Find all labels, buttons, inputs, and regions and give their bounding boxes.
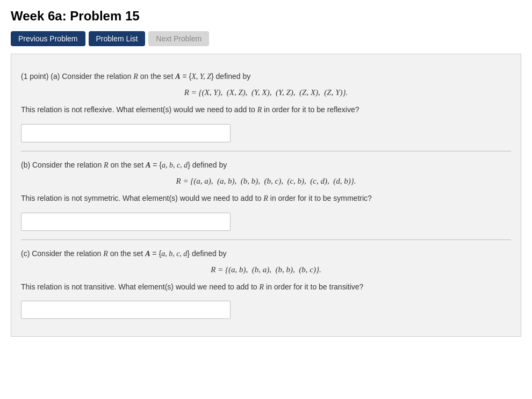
part-c-question: This relation is not transitive. What el… (21, 281, 511, 293)
problem-part-c: (c) Consider the relation R on the set A… (21, 240, 511, 328)
prev-problem-button[interactable]: Previous Problem (11, 31, 85, 46)
navigation-bar: Previous Problem Problem List Next Probl… (11, 31, 521, 46)
part-c-intro: (c) Consider the relation R on the set A… (21, 248, 511, 260)
problem-part-b: (b) Consider the relation R on the set A… (21, 151, 511, 240)
problem-container: (1 point) (a) Consider the relation R on… (11, 54, 521, 337)
part-b-answer-input[interactable] (21, 213, 231, 231)
part-a-relation: R = {(X, Y), (X, Z), (Y, X), (Y, Z), (Z,… (21, 88, 511, 97)
part-c-answer-input[interactable] (21, 301, 231, 319)
part-b-question: This relation is not symmetric. What ele… (21, 192, 511, 205)
part-a-answer-input[interactable] (21, 124, 231, 142)
page-title: Week 6a: Problem 15 (11, 9, 521, 24)
part-a-intro: (1 point) (a) Consider the relation R on… (21, 70, 511, 83)
next-problem-button: Next Problem (148, 31, 209, 46)
part-b-intro: (b) Consider the relation R on the set A… (21, 159, 511, 171)
problem-list-button[interactable]: Problem List (89, 31, 146, 46)
part-a-question: This relation is not reflexive. What ele… (21, 104, 511, 116)
problem-part-a: (1 point) (a) Consider the relation R on… (21, 63, 511, 151)
part-c-relation: R = {(a, b), (b, a), (b, b), (b, c)}. (21, 265, 511, 274)
part-b-relation: R = {(a, a), (a, b), (b, b), (b, c), (c,… (21, 177, 511, 186)
